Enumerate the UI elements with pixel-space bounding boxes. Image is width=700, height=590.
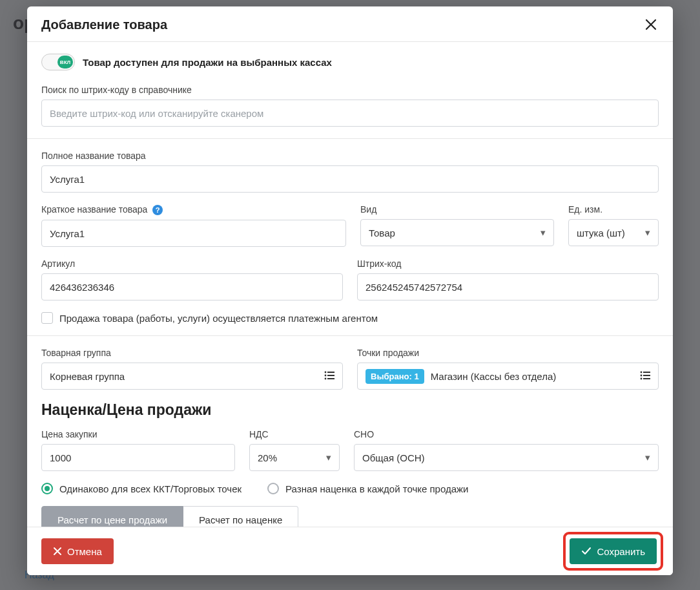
product-group-select[interactable]: Корневая группа xyxy=(41,363,343,390)
type-label: Вид xyxy=(360,204,554,215)
add-product-modal: Добавление товара ВКЛ Товар доступен для… xyxy=(27,6,673,575)
modal-footer: Отмена Сохранить xyxy=(27,527,673,575)
modal-overlay: Добавление товара ВКЛ Товар доступен для… xyxy=(0,0,700,590)
sno-select[interactable]: Общая (ОСН) ▾ xyxy=(354,444,659,471)
barcode-label: Штрих-код xyxy=(357,258,659,269)
full-name-label: Полное название товара xyxy=(41,151,659,161)
barcode-input[interactable] xyxy=(357,273,659,300)
product-group-label: Товарная группа xyxy=(41,348,343,358)
svg-rect-9 xyxy=(643,375,650,376)
svg-rect-7 xyxy=(643,372,650,373)
sno-label: СНО xyxy=(354,429,659,439)
unit-label: Ед. изм. xyxy=(568,204,659,215)
radio-same-markup[interactable] xyxy=(41,483,53,494)
chevron-down-icon: ▾ xyxy=(645,227,650,238)
agent-checkbox-label: Продажа товара (работы, услуги) осуществ… xyxy=(59,313,378,324)
available-toggle[interactable]: ВКЛ xyxy=(41,54,75,70)
svg-rect-3 xyxy=(327,375,335,376)
svg-point-0 xyxy=(325,371,327,373)
purchase-price-label: Цена закупки xyxy=(41,429,235,439)
full-name-input[interactable] xyxy=(41,165,659,193)
svg-rect-5 xyxy=(327,378,335,379)
toggle-knob: ВКЛ xyxy=(57,56,73,68)
vat-label: НДС xyxy=(249,429,340,439)
vat-select[interactable]: 20% ▾ xyxy=(249,444,340,471)
sales-points-label: Точки продажи xyxy=(357,348,659,358)
seg-calc-by-price[interactable]: Расчет по цене продажи xyxy=(41,506,183,527)
short-name-label: Краткое название товара ? xyxy=(41,204,346,215)
svg-point-6 xyxy=(641,371,643,373)
radio-diff-markup[interactable] xyxy=(267,483,279,494)
type-select[interactable]: Товар ▾ xyxy=(360,219,554,246)
markup-section-title: Наценка/Цена продажи xyxy=(41,401,659,419)
chevron-down-icon: ▾ xyxy=(540,227,546,238)
close-icon xyxy=(53,547,62,556)
radio-same-label: Одинаково для всех ККТ/Торговых точек xyxy=(59,483,242,494)
save-button[interactable]: Сохранить xyxy=(570,538,657,564)
article-label: Артикул xyxy=(41,258,343,269)
sales-points-select[interactable]: Выбрано: 1 Магазин (Кассы без отдела) xyxy=(357,363,659,390)
svg-point-2 xyxy=(325,374,327,376)
chevron-down-icon: ▾ xyxy=(326,452,331,463)
radio-diff-label: Разная наценка в каждой точке продажи xyxy=(285,483,468,494)
svg-point-8 xyxy=(641,374,643,376)
modal-title: Добавление товара xyxy=(41,17,167,32)
close-icon[interactable] xyxy=(643,17,659,32)
svg-point-4 xyxy=(325,377,327,379)
svg-rect-11 xyxy=(643,378,650,379)
article-input[interactable] xyxy=(41,273,343,300)
available-toggle-label: Товар доступен для продажи на выбранных … xyxy=(83,57,332,68)
selected-count-badge: Выбрано: 1 xyxy=(365,369,424,384)
seg-calc-by-markup[interactable]: Расчет по наценке xyxy=(183,506,298,527)
modal-header: Добавление товара xyxy=(27,6,673,42)
agent-checkbox[interactable] xyxy=(41,312,53,324)
check-icon xyxy=(581,547,592,556)
purchase-price-input[interactable] xyxy=(41,444,235,471)
svg-point-10 xyxy=(641,377,643,379)
barcode-search-label: Поиск по штрих-коду в справочнике xyxy=(41,85,659,95)
help-icon[interactable]: ? xyxy=(152,205,163,215)
barcode-search-input[interactable] xyxy=(41,100,659,127)
cancel-button[interactable]: Отмена xyxy=(41,538,114,564)
chevron-down-icon: ▾ xyxy=(645,452,650,463)
unit-select[interactable]: штука (шт) ▾ xyxy=(568,219,659,246)
svg-rect-1 xyxy=(327,372,335,373)
list-icon xyxy=(640,371,650,382)
list-icon xyxy=(324,371,335,382)
short-name-input[interactable] xyxy=(41,220,346,247)
